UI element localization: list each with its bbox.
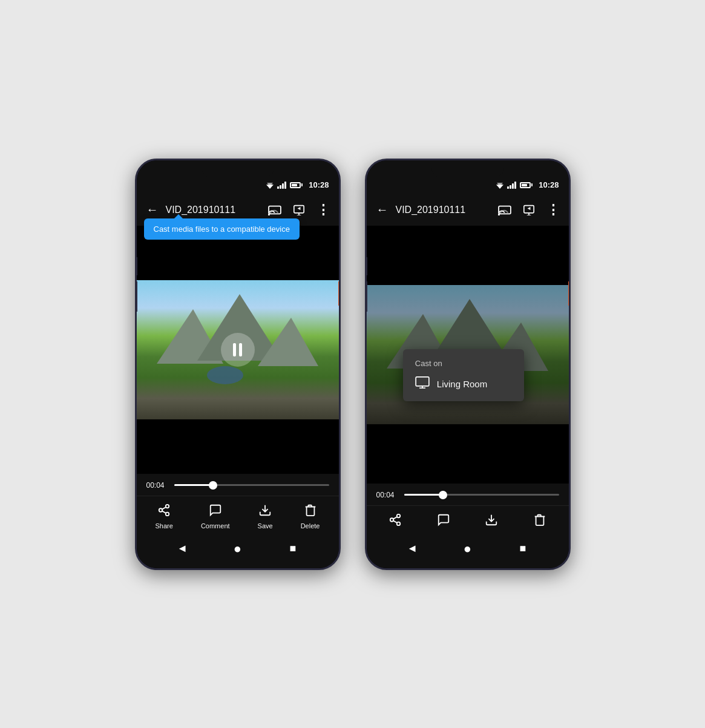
cast-button-left[interactable]	[266, 202, 283, 218]
volume-down-button	[135, 281, 137, 312]
delete-label-left: Delete	[301, 522, 320, 530]
status-bar-left: 10:28	[137, 160, 339, 194]
recent-nav-left[interactable]: ■	[283, 539, 303, 559]
progress-fill-left	[174, 484, 213, 486]
time-label-left: 00:04	[146, 481, 168, 490]
status-icons-left: 10:28	[265, 180, 329, 189]
toolbar-icons-right: ⋮	[496, 202, 562, 218]
svg-point-5	[166, 504, 169, 508]
video-controls-left: 00:04	[137, 474, 339, 496]
share-icon-left	[157, 503, 171, 520]
svg-point-20	[390, 518, 394, 522]
video-title-right: VID_201910111	[396, 205, 491, 215]
share-label-left: Share	[156, 522, 173, 530]
side-button-left	[338, 281, 341, 306]
comment-action-left[interactable]: Comment	[201, 503, 230, 530]
share-screen-icon-right	[523, 205, 535, 215]
phone-right-content: 10:28 ← VID_201910111	[367, 160, 569, 568]
share-screen-button-right[interactable]	[520, 202, 537, 218]
save-icon-left	[258, 503, 272, 520]
share-screen-button-left[interactable]	[290, 202, 307, 218]
toolbar-icons-left: ⋮	[266, 202, 332, 218]
progress-bar-left[interactable]	[174, 484, 329, 486]
svg-point-19	[397, 514, 401, 517]
svg-point-7	[166, 512, 169, 516]
cast-device-name[interactable]: Living Room	[437, 379, 487, 389]
more-button-left[interactable]: ⋮	[315, 202, 332, 218]
progress-thumb-left[interactable]	[209, 481, 217, 490]
cast-button-right[interactable]	[496, 202, 513, 218]
back-nav-right[interactable]: ◄	[402, 539, 422, 559]
nav-bar-left: ◄ ● ■	[137, 534, 339, 568]
signal-icon	[277, 182, 286, 189]
cast-device-item[interactable]: Living Room	[415, 376, 512, 392]
progress-fill-right	[404, 494, 443, 496]
signal-icon-right	[507, 182, 516, 189]
save-label-left: Save	[258, 522, 273, 530]
video-area-left[interactable]	[137, 226, 339, 474]
cast-icon-right	[498, 205, 511, 215]
progress-bar-right[interactable]	[404, 494, 559, 496]
comment-icon-right	[437, 513, 450, 530]
action-bar-left: Share Comment	[137, 496, 339, 534]
video-area-right[interactable]: Cast on Living Room	[367, 226, 569, 484]
save-action-right[interactable]	[485, 513, 498, 530]
progress-thumb-right[interactable]	[439, 491, 447, 499]
time-row-right: 00:04	[376, 491, 559, 499]
share-screen-icon-left	[293, 205, 305, 215]
delete-action-left[interactable]: Delete	[301, 503, 320, 530]
nav-bar-right: ◄ ● ■	[367, 534, 569, 568]
video-controls-right: 00:04	[367, 484, 569, 505]
svg-line-23	[393, 516, 397, 519]
svg-line-8	[162, 511, 166, 513]
action-bar-right	[367, 505, 569, 534]
volume-up-button	[135, 257, 137, 275]
status-icons-right: 10:28	[495, 180, 559, 189]
cast-dropdown-title: Cast on	[415, 359, 512, 368]
phone-left-content: 10:28 ← VID_201910111	[137, 160, 339, 568]
tv-icon	[415, 376, 430, 392]
volume-down-button-right	[365, 281, 367, 312]
share-action-left[interactable]: Share	[156, 503, 173, 530]
time-row-left: 00:04	[146, 481, 329, 490]
battery-icon-right	[520, 182, 533, 188]
back-button-left[interactable]: ←	[144, 200, 161, 219]
status-time-left: 10:28	[309, 180, 329, 189]
status-time-right: 10:28	[539, 180, 559, 189]
pause-button-left[interactable]	[221, 333, 255, 367]
tooltip-text: Cast media files to a compatible device	[154, 225, 290, 234]
phones-container: 10:28 ← VID_201910111	[135, 159, 571, 570]
more-button-right[interactable]: ⋮	[545, 202, 562, 218]
comment-action-right[interactable]	[437, 513, 450, 530]
share-action-right[interactable]	[389, 513, 402, 530]
wifi-icon	[265, 182, 275, 189]
pause-icon-left	[233, 343, 242, 356]
svg-point-6	[159, 508, 163, 512]
svg-line-22	[393, 520, 397, 523]
svg-rect-16	[416, 377, 429, 386]
back-nav-left[interactable]: ◄	[172, 539, 192, 559]
save-action-left[interactable]: Save	[258, 503, 273, 530]
svg-line-9	[162, 507, 166, 509]
delete-icon-left	[304, 503, 317, 520]
side-button-right	[568, 281, 571, 306]
cast-tooltip: Cast media files to a compatible device	[144, 218, 300, 240]
save-icon-right	[485, 513, 498, 530]
home-nav-right[interactable]: ●	[457, 539, 477, 559]
home-nav-left[interactable]: ●	[228, 539, 247, 559]
comment-label-left: Comment	[201, 522, 230, 530]
recent-nav-right[interactable]: ■	[513, 539, 533, 559]
back-button-right[interactable]: ←	[374, 200, 391, 219]
cast-dropdown: Cast on Living Room	[403, 349, 524, 401]
battery-icon	[290, 182, 303, 188]
volume-up-button-right	[365, 257, 367, 275]
delete-icon-right	[533, 513, 546, 530]
time-label-right: 00:04	[376, 491, 398, 499]
comment-icon-left	[209, 503, 222, 520]
share-icon-right	[389, 513, 402, 530]
delete-action-right[interactable]	[533, 513, 546, 530]
cast-icon-left	[268, 205, 281, 215]
toolbar-right: ← VID_201910111	[367, 194, 569, 226]
svg-point-21	[397, 522, 401, 525]
phone-left: 10:28 ← VID_201910111	[135, 159, 341, 570]
